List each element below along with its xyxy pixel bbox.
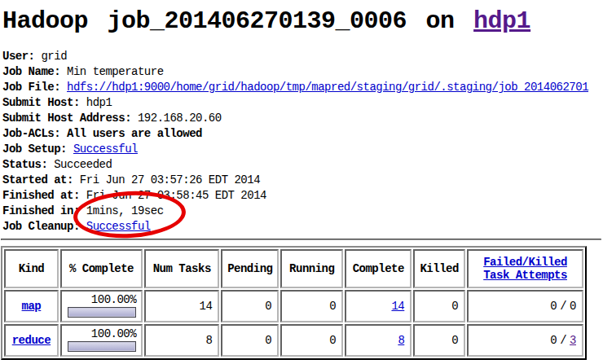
pending-cell: 0	[221, 324, 279, 357]
failed-attempts-count: 0	[550, 334, 557, 347]
percent-complete-cell: 100.00%	[60, 324, 143, 357]
job-details: User: grid Job Name: Min temperature Job…	[0, 49, 603, 235]
header-kind: Kind	[4, 249, 59, 288]
detail-label: Status:	[2, 158, 47, 171]
failed-attempts-count: 0	[550, 300, 557, 313]
detail-row-job-name: Job Name: Min temperature	[2, 64, 603, 80]
running-cell: 0	[280, 290, 343, 322]
detail-value: hdp1	[86, 96, 112, 109]
failed-killed-task-attempts-link[interactable]: Failed/Killed Task Attempts	[483, 256, 567, 282]
progress-bar	[68, 307, 136, 318]
detail-label: Job Name:	[2, 65, 60, 78]
header-complete: Complete	[345, 249, 412, 288]
header-failed-killed: Failed/Killed Task Attempts	[467, 249, 583, 288]
detail-value: All users are allowed	[67, 127, 202, 140]
detail-label: Started at:	[2, 173, 73, 186]
attempts-separator: /	[560, 300, 566, 313]
kind-cell: map	[4, 290, 59, 322]
percent-complete-cell: 100.00%	[60, 290, 143, 322]
progress-bar-fill	[68, 342, 135, 351]
failed-killed-attempts-cell: 0/0	[467, 290, 583, 322]
reduce-tasks-link[interactable]: reduce	[12, 334, 51, 347]
detail-row-finished-in: Finished in: 1mins, 19sec	[2, 204, 603, 219]
detail-row-submit-host: Submit Host: hdp1	[2, 95, 603, 111]
progress-bar	[68, 341, 136, 352]
detail-row-submit-host-address: Submit Host Address: 192.168.20.60	[2, 111, 603, 126]
num-tasks-cell: 14	[144, 290, 219, 322]
job-file-link[interactable]: hdfs://hdp1:9000/home/grid/hadoop/tmp/ma…	[67, 81, 588, 94]
table-row-reduce: reduce 100.00% 8 0 0 8 0 0/3	[4, 324, 583, 357]
percent-complete-value: 100.00%	[65, 328, 136, 340]
detail-row-job-cleanup: Job Cleanup: Successful	[2, 219, 603, 235]
complete-cell: 14	[345, 290, 412, 322]
percent-complete-value: 100.00%	[65, 294, 136, 306]
detail-value: Min temperature	[67, 65, 164, 78]
map-tasks-link[interactable]: map	[22, 300, 42, 313]
detail-row-finished-at: Finished at: Fri Jun 27 03:58:45 EDT 201…	[2, 188, 603, 204]
header-num-tasks: Num Tasks	[144, 249, 219, 288]
attempts-separator: /	[560, 334, 566, 347]
kind-cell: reduce	[4, 324, 59, 357]
header-pending: Pending	[221, 249, 279, 288]
divider	[1, 239, 601, 240]
header-running: Running	[280, 249, 343, 288]
page-title: Hadoop job_201406270139_0006 on hdp1	[0, 0, 603, 37]
page-title-text: Hadoop job_201406270139_0006 on	[2, 7, 455, 35]
detail-row-job-file: Job File: hdfs://hdp1:9000/home/grid/had…	[2, 80, 603, 95]
complete-reduce-tasks-link[interactable]: 8	[398, 334, 404, 347]
killed-attempts-link[interactable]: 3	[570, 334, 576, 347]
detail-label: Submit Host Address:	[2, 112, 131, 125]
detail-label: Submit Host:	[2, 96, 80, 109]
tasks-table: Kind % Complete Num Tasks Pending Runnin…	[1, 246, 587, 360]
detail-value: 192.168.20.60	[138, 112, 222, 125]
killed-cell: 0	[413, 290, 465, 322]
detail-label: Finished in:	[2, 204, 80, 217]
failed-killed-attempts-cell: 0/3	[467, 324, 583, 357]
table-row-map: map 100.00% 14 0 0 14 0 0/0	[4, 290, 583, 322]
detail-label: Finished at:	[2, 189, 80, 202]
complete-cell: 8	[345, 324, 412, 357]
detail-value: grid	[41, 50, 67, 63]
killed-cell: 0	[413, 324, 465, 357]
detail-label: Job Setup:	[2, 143, 67, 156]
host-link[interactable]: hdp1	[473, 7, 530, 35]
num-tasks-cell: 8	[144, 324, 219, 357]
detail-row-job-acls: Job-ACLs: All users are allowed	[2, 126, 603, 142]
pending-cell: 0	[221, 290, 279, 322]
detail-label: Job Cleanup:	[2, 220, 80, 233]
job-cleanup-link[interactable]: Successful	[86, 220, 151, 233]
detail-label: User:	[2, 50, 35, 63]
detail-row-status: Status: Succeeded	[2, 157, 603, 173]
running-cell: 0	[280, 324, 343, 357]
progress-bar-fill	[68, 308, 135, 317]
detail-value: Succeeded	[54, 158, 112, 171]
table-header-row: Kind % Complete Num Tasks Pending Runnin…	[4, 249, 583, 288]
job-setup-link[interactable]: Successful	[73, 143, 138, 156]
detail-value: Fri Jun 27 03:57:26 EDT 2014	[80, 173, 260, 186]
detail-label: Job-ACLs:	[2, 127, 60, 140]
finished-in-value: 1mins, 19sec	[86, 204, 164, 217]
header-killed: Killed	[413, 249, 465, 288]
detail-row-user: User: grid	[2, 49, 603, 64]
detail-row-job-setup: Job Setup: Successful	[2, 142, 603, 157]
header-percent-complete: % Complete	[60, 249, 143, 288]
complete-map-tasks-link[interactable]: 14	[391, 300, 404, 313]
detail-label: Job File:	[2, 81, 60, 94]
killed-attempts-count: 0	[570, 300, 576, 313]
detail-value: Fri Jun 27 03:58:45 EDT 2014	[86, 189, 266, 202]
detail-row-started-at: Started at: Fri Jun 27 03:57:26 EDT 2014	[2, 173, 603, 188]
